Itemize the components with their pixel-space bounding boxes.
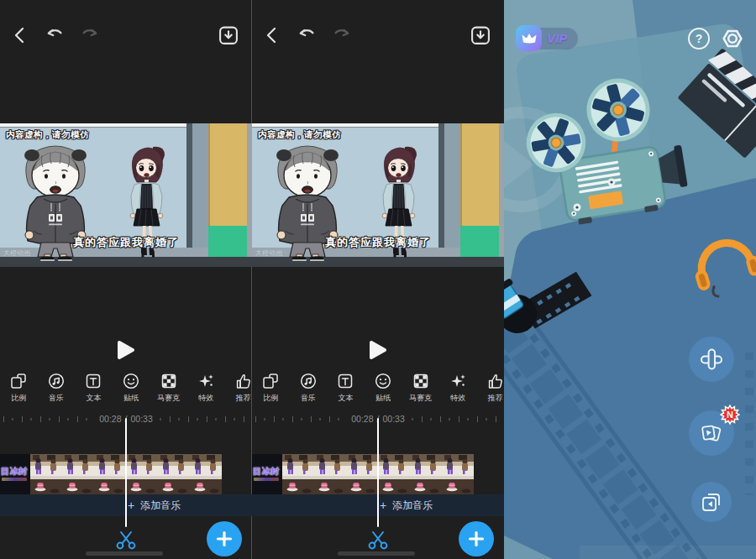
tool-label: 比例 xyxy=(11,393,26,404)
thumbs-up-icon xyxy=(234,372,252,390)
tool-label: 比例 xyxy=(263,393,278,404)
gear-icon xyxy=(720,26,745,51)
scene-yellow-panel xyxy=(208,123,247,226)
subtitle-caption: 真的答应跟我离婚了 xyxy=(252,235,504,250)
tool-recommend[interactable]: 推荐 xyxy=(224,367,252,410)
current-time: 00:28 xyxy=(99,414,121,424)
playhead[interactable] xyxy=(377,418,379,527)
export-button[interactable] xyxy=(469,24,492,47)
tool-effects[interactable]: 特效 xyxy=(439,367,477,410)
floating-player-button[interactable] xyxy=(691,482,732,522)
tool-label: 贴纸 xyxy=(375,393,391,404)
tool-mosaic[interactable]: 马赛克 xyxy=(402,367,439,410)
tool-ratio[interactable]: 比例 xyxy=(0,367,38,410)
splice-icon xyxy=(699,347,724,372)
help-button[interactable]: ? xyxy=(688,28,710,50)
vip-label: VIP xyxy=(547,31,567,45)
disclaimer-caption: 内容虚构，请勿模仿 xyxy=(258,129,341,141)
playhead[interactable] xyxy=(125,418,127,527)
scene-ceiling xyxy=(252,123,460,128)
plus-icon: + xyxy=(128,499,134,512)
watermark: 大橙动画 xyxy=(255,248,282,258)
back-icon xyxy=(260,24,284,47)
tool-ratio[interactable]: 比例 xyxy=(252,367,290,410)
add-clip-button[interactable] xyxy=(207,521,242,556)
home-indicator xyxy=(338,551,415,556)
home-screen: VIP ? N xyxy=(504,0,756,559)
tool-music[interactable]: 音乐 xyxy=(38,367,76,410)
frame-thumb xyxy=(30,454,62,494)
tool-mosaic[interactable]: 马赛克 xyxy=(150,367,187,410)
video-preview[interactable]: 内容虚构，请勿模仿 真的答应跟我离婚了 大橙动画 xyxy=(252,123,504,267)
frame-thumb xyxy=(346,454,378,494)
undo-button[interactable] xyxy=(296,24,319,47)
frame-thumb xyxy=(158,454,190,494)
back-button[interactable] xyxy=(8,24,32,47)
play-button[interactable] xyxy=(117,340,135,360)
scissors-icon xyxy=(114,528,138,551)
disclaimer-caption: 内容虚构，请勿模仿 xyxy=(6,129,89,141)
editor-screen-left: 内容虚构，请勿模仿 真的答应跟我离婚了 大橙动画 比例 音乐 文本 贴纸 马赛克 xyxy=(0,0,252,559)
tool-label: 文本 xyxy=(338,393,353,404)
tool-sticker[interactable]: 贴纸 xyxy=(365,367,402,410)
split-button[interactable] xyxy=(114,528,138,551)
export-icon xyxy=(469,24,492,47)
tool-music[interactable]: 音乐 xyxy=(290,367,328,410)
settings-button[interactable] xyxy=(720,26,745,51)
tool-label: 马赛克 xyxy=(157,393,180,404)
scene-yellow-panel xyxy=(460,123,499,226)
back-icon xyxy=(8,24,32,47)
tool-label: 贴纸 xyxy=(123,393,139,404)
mosaic-icon xyxy=(412,372,430,390)
video-preview[interactable]: 内容虚构，请勿模仿 真的答应跟我离婚了 大橙动画 xyxy=(0,123,252,267)
redo-icon xyxy=(329,24,353,47)
thumbs-up-icon xyxy=(486,372,504,390)
scissors-icon xyxy=(366,528,390,551)
undo-icon xyxy=(296,24,319,47)
export-button[interactable] xyxy=(217,24,240,47)
add-clip-button[interactable] xyxy=(459,521,494,556)
redo-button[interactable] xyxy=(77,24,101,47)
clip-subtitle-bar xyxy=(2,478,27,481)
frame-thumb xyxy=(126,454,158,494)
vip-badge[interactable]: VIP xyxy=(516,24,567,51)
effects-icon xyxy=(449,372,467,390)
splice-tool-button[interactable] xyxy=(689,337,734,382)
ratio-icon xyxy=(261,372,280,390)
tool-effects[interactable]: 特效 xyxy=(187,367,225,410)
sticker-icon xyxy=(374,372,392,390)
back-button[interactable] xyxy=(260,24,284,47)
plus-icon: + xyxy=(380,499,386,512)
frame-thumb xyxy=(62,454,94,494)
undo-icon xyxy=(44,24,67,47)
sticker-icon xyxy=(122,372,140,390)
home-illustration xyxy=(504,0,756,559)
templates-button[interactable]: N xyxy=(689,410,734,456)
ratio-icon xyxy=(9,372,28,390)
frame-thumb xyxy=(410,454,442,494)
music-icon xyxy=(47,372,66,390)
text-icon xyxy=(336,372,354,390)
frame-thumb xyxy=(314,454,346,494)
split-button[interactable] xyxy=(366,528,390,551)
play-button[interactable] xyxy=(369,340,387,360)
subtitle-caption: 真的答应跟我离婚了 xyxy=(0,235,252,250)
tool-label: 文本 xyxy=(86,393,101,404)
tool-label: 推荐 xyxy=(236,393,251,404)
question-icon: ? xyxy=(696,32,703,45)
redo-button[interactable] xyxy=(329,24,353,47)
editor-toolbar: 比例 音乐 文本 贴纸 马赛克 特效 推荐 xyxy=(252,367,504,410)
floating-window-icon xyxy=(699,489,724,515)
svg-text:N: N xyxy=(727,410,733,420)
editor-screen-middle: 内容虚构，请勿模仿 真的答应跟我离婚了 大橙动画 比例 音乐 文本 贴纸 马赛克 xyxy=(252,0,504,559)
watermark: 大橙动画 xyxy=(3,248,30,258)
add-music-label: 添加音乐 xyxy=(392,499,433,513)
tool-text[interactable]: 文本 xyxy=(75,367,113,410)
tool-text[interactable]: 文本 xyxy=(327,367,365,410)
tool-sticker[interactable]: 贴纸 xyxy=(113,367,150,410)
tool-recommend[interactable]: 推荐 xyxy=(476,367,504,410)
crown-icon xyxy=(516,25,542,51)
tool-label: 音乐 xyxy=(49,393,64,404)
undo-button[interactable] xyxy=(44,24,67,47)
tool-label: 特效 xyxy=(450,393,465,404)
